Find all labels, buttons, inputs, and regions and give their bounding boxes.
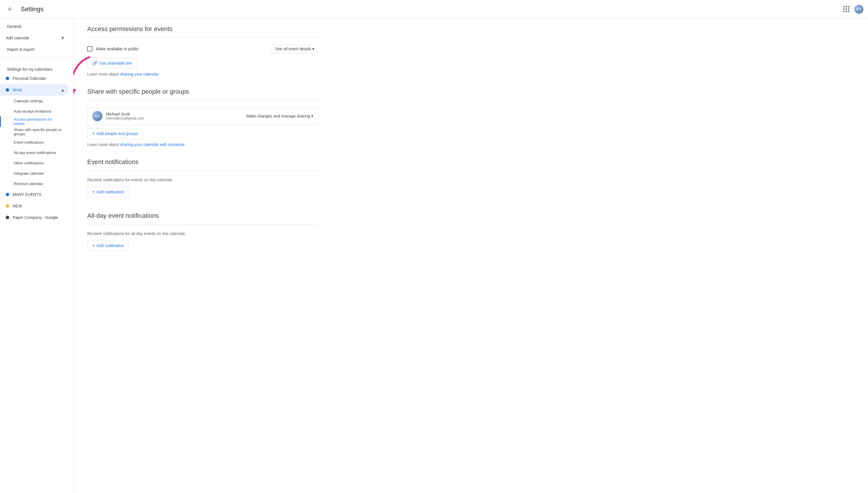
work-label: Work bbox=[13, 88, 58, 92]
paper-company-label: Paper Company - Google bbox=[13, 215, 64, 220]
sidebar-sub-item-integrate-calendar[interactable]: Integrate calendar bbox=[0, 168, 69, 178]
access-divider bbox=[87, 37, 318, 38]
sidebar-item-many-events[interactable]: MANY EVENTS bbox=[0, 189, 69, 200]
avatar[interactable]: MS bbox=[854, 5, 863, 14]
personal-calendar-label: Personal Calendar bbox=[13, 76, 64, 81]
sidebar-item-add-calendar[interactable]: Add calendar ▾ bbox=[0, 32, 69, 44]
sidebar-item-general[interactable]: General bbox=[0, 21, 69, 32]
add-people-plus-icon: + bbox=[92, 131, 95, 136]
sidebar-sub-item-access-permissions[interactable]: Access permissions for events bbox=[0, 116, 69, 127]
learn-more-access: Learn more about sharing your calendar bbox=[87, 72, 318, 77]
sidebar-sub-item-share-people[interactable]: Share with specific people or groups bbox=[0, 127, 69, 137]
sidebar-general-label: General bbox=[7, 24, 21, 29]
access-permissions-title: Access permissions for events bbox=[87, 25, 318, 33]
work-chevron-up-icon: ▴ bbox=[62, 87, 64, 93]
many-events-label: MANY EVENTS bbox=[13, 192, 64, 197]
see-all-event-details-dropdown[interactable]: See all event details ▾ bbox=[272, 45, 318, 53]
event-notifications-section: Event notifications Receive notification… bbox=[87, 158, 318, 200]
settings-for-my-calendars-header: Settings for my calendars bbox=[0, 65, 73, 73]
person-name: Michael Scott bbox=[106, 112, 243, 116]
permission-chevron-icon: ▾ bbox=[311, 114, 313, 119]
sharing-your-calendar-link[interactable]: sharing your calendar bbox=[120, 72, 159, 77]
sidebar-item-new[interactable]: NEW bbox=[0, 200, 69, 212]
add-notification-plus-icon: + bbox=[92, 189, 95, 194]
topbar-left: Settings bbox=[5, 3, 44, 15]
grid-dots-icon bbox=[843, 6, 849, 12]
add-allday-notification-plus-icon: + bbox=[92, 243, 95, 248]
sidebar-sub-item-remove-calendar[interactable]: Remove calendar bbox=[0, 178, 69, 189]
personal-calendar-dot bbox=[6, 77, 9, 80]
person-email: onecaldemo@gmail.com bbox=[106, 116, 243, 121]
sidebar-sub-item-auto-accept[interactable]: Auto-accept invitations bbox=[0, 106, 69, 116]
add-notification-allday-button[interactable]: + Add notification bbox=[87, 240, 129, 251]
page-title: Settings bbox=[21, 5, 44, 13]
dropdown-chevron-icon: ▾ bbox=[312, 46, 314, 51]
person-permission-dropdown[interactable]: Make changes and manage sharing ▾ bbox=[246, 114, 313, 119]
sidebar-item-import-export[interactable]: Import & export bbox=[0, 44, 69, 55]
share-with-people-section: Share with specific people or groups MS … bbox=[87, 88, 318, 147]
sharing-with-someone-link[interactable]: sharing your calendar with someone bbox=[120, 142, 185, 147]
sidebar: General Add calendar ▾ Import & export S… bbox=[0, 18, 73, 493]
all-day-notifications-section: All-day event notifications Receive noti… bbox=[87, 212, 318, 254]
sidebar-sub-item-calendar-settings[interactable]: Calendar settings bbox=[0, 96, 69, 106]
add-people-button[interactable]: + Add people and groups bbox=[87, 128, 143, 139]
get-shareable-link-button[interactable]: 🔗 Get shareable link bbox=[87, 58, 137, 68]
paper-company-dot bbox=[6, 216, 9, 219]
sidebar-item-personal-calendar[interactable]: Personal Calendar bbox=[0, 73, 69, 84]
all-day-notifications-desc: Receive notifications for all day events… bbox=[87, 231, 318, 236]
event-notifications-desc: Receive notifications for events on this… bbox=[87, 177, 318, 182]
new-dot bbox=[6, 204, 9, 208]
all-day-divider bbox=[87, 224, 318, 224]
see-all-event-details-label: See all event details bbox=[275, 46, 311, 51]
add-notification-button[interactable]: + Add notification bbox=[87, 187, 129, 197]
sidebar-import-export-label: Import & export bbox=[7, 47, 35, 52]
access-permissions-section: Access permissions for events Make avail… bbox=[87, 25, 318, 77]
work-dot bbox=[6, 88, 9, 92]
person-permission-label: Make changes and manage sharing bbox=[246, 114, 310, 119]
chevron-down-icon: ▾ bbox=[62, 35, 64, 41]
person-avatar: MS bbox=[92, 111, 102, 121]
person-info: Michael Scott onecaldemo@gmail.com bbox=[106, 112, 243, 121]
topbar-right: MS bbox=[841, 3, 863, 15]
learn-more-share: Learn more about sharing your calendar w… bbox=[87, 142, 318, 147]
main-content: Access permissions for events Make avail… bbox=[73, 18, 332, 493]
share-divider bbox=[87, 100, 318, 100]
make-available-public-label: Make available to public bbox=[96, 46, 139, 51]
grid-apps-button[interactable] bbox=[841, 3, 852, 15]
avatar-image: MS bbox=[854, 5, 863, 14]
sidebar-item-paper-company[interactable]: Paper Company - Google bbox=[0, 212, 69, 223]
sidebar-sub-item-other-notifications[interactable]: Other notifications bbox=[0, 158, 69, 168]
all-day-notifications-title: All-day event notifications bbox=[87, 212, 318, 219]
sidebar-add-calendar-label: Add calendar bbox=[6, 36, 58, 40]
new-label: NEW bbox=[13, 204, 64, 208]
sidebar-sub-item-all-day-notifications[interactable]: All-day event notifications bbox=[0, 147, 69, 158]
make-available-public-checkbox[interactable] bbox=[87, 46, 92, 51]
topbar: Settings MS bbox=[0, 0, 868, 18]
person-row: MS Michael Scott onecaldemo@gmail.com Ma… bbox=[87, 107, 318, 125]
layout: General Add calendar ▾ Import & export S… bbox=[0, 18, 868, 493]
share-with-people-title: Share with specific people or groups bbox=[87, 88, 318, 95]
event-notifications-divider bbox=[87, 170, 318, 171]
make-available-public-row: Make available to public See all event d… bbox=[87, 45, 318, 53]
back-button[interactable] bbox=[5, 3, 16, 15]
sidebar-item-work[interactable]: Work ▴ bbox=[0, 84, 69, 96]
sidebar-sub-item-event-notifications[interactable]: Event notifications bbox=[0, 137, 69, 147]
event-notifications-title: Event notifications bbox=[87, 158, 318, 166]
link-icon: 🔗 bbox=[92, 60, 98, 66]
many-events-dot bbox=[6, 193, 9, 196]
